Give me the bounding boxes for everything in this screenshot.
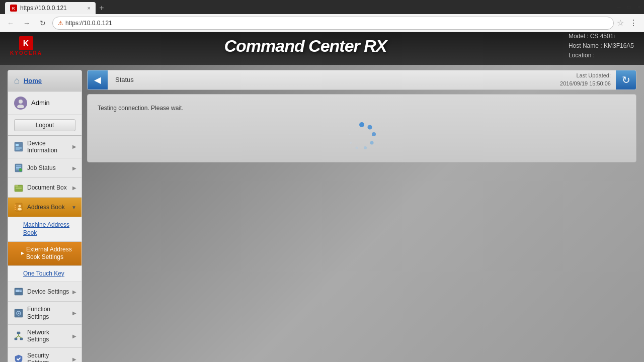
svg-point-28	[18, 312, 20, 314]
sidebar-item-network-settings[interactable]: Network Settings ▶	[8, 325, 82, 348]
svg-rect-31	[20, 338, 23, 340]
svg-rect-5	[16, 144, 19, 146]
sidebar-item-function-settings[interactable]: Function Settings ▶	[8, 302, 82, 325]
svg-point-50	[349, 133, 351, 135]
device-settings-arrow: ▶	[72, 289, 76, 295]
svg-rect-29	[17, 332, 20, 334]
last-updated-label: Last Updated:	[560, 72, 611, 79]
svg-rect-30	[15, 338, 17, 340]
sidebar: ⌂ Home Admin Logout	[8, 70, 82, 362]
last-updated-value: 2016/09/19 15:50:06	[560, 80, 611, 87]
svg-point-3	[17, 105, 24, 108]
svg-rect-19	[15, 209, 16, 210]
logout-button[interactable]: Logout	[14, 119, 75, 131]
sidebar-item-home[interactable]: ⌂ Home	[8, 70, 82, 92]
home-link[interactable]: Home	[24, 77, 42, 84]
svg-point-47	[364, 146, 367, 149]
submenu-external-address-book-settings[interactable]: External Address Book Settings	[8, 242, 82, 266]
app-title: Command Center RX	[42, 36, 569, 56]
device-info: Model : CS 4501i Host Name : KM3F16A5 Lo…	[569, 32, 634, 61]
network-settings-label: Network Settings	[27, 329, 69, 343]
svg-point-45	[372, 132, 376, 136]
location-label: Location :	[569, 52, 595, 59]
sidebar-item-document-box[interactable]: Document Box ▶	[8, 178, 82, 198]
refresh-button[interactable]: ↻	[616, 70, 636, 90]
svg-rect-24	[20, 290, 22, 291]
function-settings-icon	[13, 308, 24, 319]
home-icon: ⌂	[14, 75, 20, 86]
minimize-button[interactable]: ─	[614, 2, 624, 12]
address-book-icon	[13, 202, 24, 213]
admin-label: Admin	[31, 99, 50, 107]
status-bar: ◀ Status Last Updated: 2016/09/19 15:50:…	[87, 70, 636, 90]
logout-area: Logout	[8, 115, 82, 136]
sidebar-item-job-status[interactable]: Job Status ▶	[8, 158, 82, 178]
svg-rect-18	[15, 207, 16, 208]
browser-menu-button[interactable]: ⋮	[627, 17, 640, 30]
bookmark-button[interactable]: ☆	[617, 18, 624, 28]
status-label: Status	[108, 76, 555, 83]
svg-text:K: K	[23, 39, 30, 48]
back-button[interactable]: ◀	[88, 70, 108, 90]
tab-title: https://10.0.0.121	[20, 5, 67, 12]
svg-rect-4	[15, 142, 23, 151]
svg-point-20	[19, 205, 21, 208]
svg-line-33	[16, 336, 19, 338]
refresh-icon: ↻	[622, 74, 630, 86]
spinner-svg: @keyframes spinDot { from { transform-or…	[347, 122, 377, 152]
close-window-button[interactable]: ×	[634, 2, 644, 12]
browser-tab[interactable]: K https://10.0.0.121 ×	[5, 2, 96, 14]
svg-point-2	[19, 100, 23, 104]
svg-point-44	[368, 125, 372, 129]
function-settings-arrow: ▶	[72, 310, 76, 316]
document-box-arrow: ▶	[72, 185, 76, 191]
submenu-one-touch-key[interactable]: One Touch Key	[8, 266, 82, 283]
security-settings-arrow: ▶	[72, 356, 76, 362]
back-icon: ◀	[94, 74, 101, 85]
svg-point-49	[350, 142, 352, 144]
network-settings-arrow: ▶	[72, 333, 76, 339]
device-settings-label: Device Settings	[27, 288, 69, 295]
svg-rect-17	[15, 205, 16, 206]
security-warning-icon: ⚠	[58, 20, 63, 27]
security-settings-icon	[13, 353, 24, 362]
logo-text: KYOCERA	[10, 50, 42, 56]
sidebar-item-device-settings[interactable]: Device Settings ▶	[8, 282, 82, 302]
svg-point-43	[359, 122, 364, 127]
forward-button[interactable]: →	[20, 17, 33, 30]
back-button[interactable]: ←	[4, 17, 17, 30]
admin-avatar	[14, 97, 27, 110]
submenu-machine-address-book[interactable]: Machine Address Book	[8, 217, 82, 241]
new-tab-button[interactable]: +	[96, 2, 108, 14]
connection-panel: Testing connection. Please wait. @keyfra…	[87, 94, 636, 162]
reload-button[interactable]: ↻	[36, 17, 49, 30]
address-book-submenu: Machine Address Book External Address Bo…	[8, 217, 82, 282]
tab-close-button[interactable]: ×	[88, 5, 91, 11]
window-controls: ─ □ ×	[614, 0, 644, 14]
document-box-label: Document Box	[27, 184, 69, 191]
model-value: CS 4501i	[590, 33, 615, 40]
function-settings-label: Function Settings	[27, 306, 69, 320]
device-information-icon	[13, 141, 24, 152]
maximize-button[interactable]: □	[624, 2, 634, 12]
address-book-arrow: ▼	[71, 205, 76, 210]
sidebar-item-device-information[interactable]: Device Information ▶	[8, 136, 82, 159]
sidebar-item-security-settings[interactable]: Security Settings ▶	[8, 348, 82, 362]
kyocera-logo-icon: K	[19, 36, 33, 50]
connection-message: Testing connection. Please wait.	[98, 105, 184, 112]
address-book-label: Address Book	[27, 204, 68, 211]
page-header: K KYOCERA Command Center RX Model : CS 4…	[0, 28, 644, 65]
svg-rect-25	[20, 291, 22, 292]
address-bar[interactable]: ⚠ https://10.0.0.121	[52, 17, 614, 30]
url-text: https://10.0.0.121	[65, 20, 112, 27]
sidebar-item-address-book[interactable]: Address Book ▼	[8, 198, 82, 217]
device-information-arrow: ▶	[72, 144, 76, 149]
svg-point-13	[19, 168, 22, 171]
content-area: ◀ Status Last Updated: 2016/09/19 15:50:…	[87, 70, 636, 362]
loading-spinner: @keyframes spinDot { from { transform-or…	[347, 122, 377, 152]
tab-favicon: K	[10, 5, 17, 12]
kyocera-logo: K KYOCERA	[10, 36, 42, 56]
svg-point-48	[356, 146, 358, 149]
admin-icon-svg	[16, 98, 26, 108]
svg-line-34	[19, 336, 22, 338]
